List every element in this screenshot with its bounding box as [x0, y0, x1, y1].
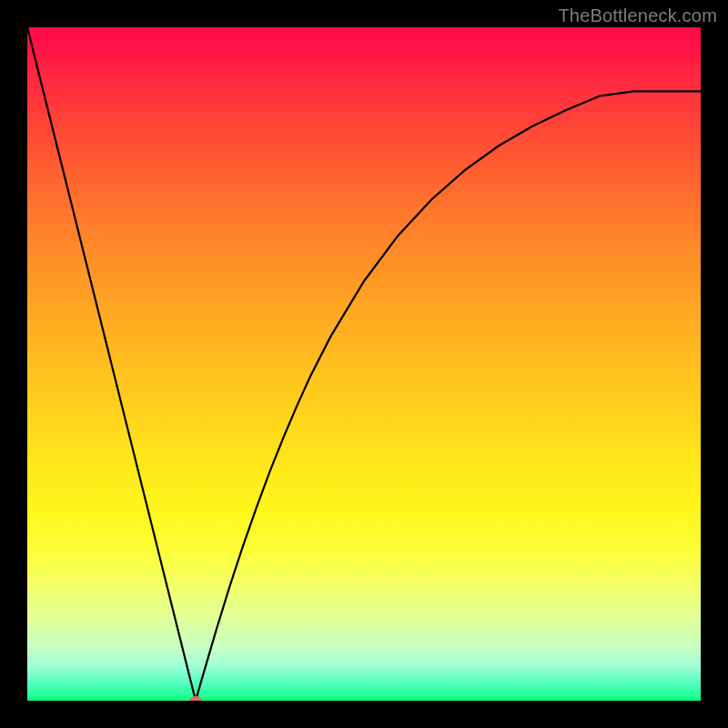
watermark-text: TheBottleneck.com [558, 5, 717, 26]
marker-dot [189, 696, 202, 701]
bottleneck-curve [27, 27, 701, 701]
plot-area [27, 27, 701, 701]
chart-frame: TheBottleneck.com [0, 0, 728, 728]
curve-svg [27, 27, 701, 701]
